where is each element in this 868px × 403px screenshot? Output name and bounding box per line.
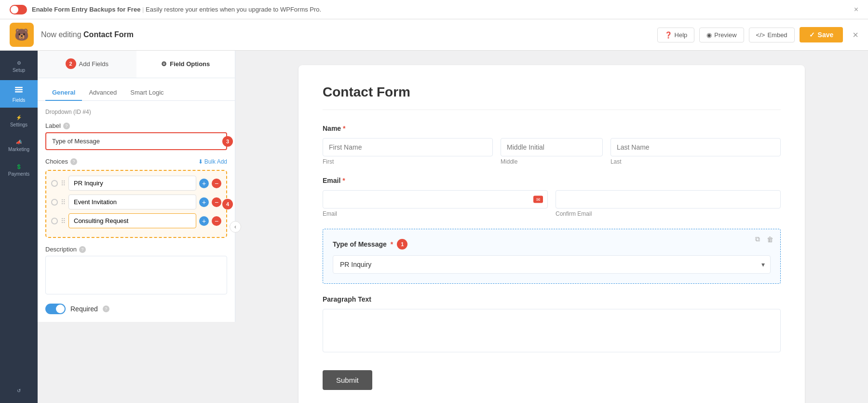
email-sub-label: Email: [323, 210, 548, 217]
choice-input-3[interactable]: [68, 213, 196, 228]
step2-badge: 2: [66, 58, 76, 69]
label-field-label: Label ?: [45, 122, 227, 129]
choices-header: Choices ? ⬇ Bulk Add: [45, 158, 227, 165]
email-section: Email * ✉ Email Co: [323, 177, 781, 217]
name-fields-row: First Middle Last: [323, 138, 781, 165]
copy-icon: ⧉: [755, 235, 760, 243]
gear-icon: ⚙: [17, 60, 21, 66]
required-toggle[interactable]: [45, 304, 66, 314]
paragraph-textarea[interactable]: [323, 309, 781, 352]
sidebar-item-settings[interactable]: ⚡ Settings: [0, 110, 38, 132]
label-group: Label ? 3: [45, 122, 227, 150]
marketing-icon: 📣: [16, 139, 22, 145]
embed-button[interactable]: </> Embed: [749, 28, 795, 42]
tab-field-options[interactable]: ⚙ Field Options: [136, 51, 235, 78]
required-help-icon[interactable]: ?: [103, 306, 109, 312]
choice-radio-3[interactable]: [51, 218, 58, 224]
save-check-icon: ✓: [809, 31, 815, 39]
middle-initial-input[interactable]: [501, 138, 603, 156]
sub-tabs: General Advanced Smart Logic: [38, 78, 235, 101]
embed-icon: </>: [756, 31, 765, 39]
first-sub-label: First: [323, 158, 493, 165]
choice-remove-1[interactable]: −: [212, 179, 221, 188]
label-input[interactable]: [45, 132, 227, 150]
sub-tab-advanced[interactable]: Advanced: [82, 85, 123, 101]
confirm-email-input[interactable]: [556, 190, 781, 208]
email-required-star: *: [342, 177, 345, 184]
step3-badge: 3: [222, 136, 233, 147]
choice-input-2[interactable]: [68, 195, 196, 209]
step1-badge: 1: [397, 239, 407, 250]
choices-group: Choices ? ⬇ Bulk Add ⠿: [45, 158, 227, 238]
svg-rect-1: [15, 89, 23, 91]
choice-add-2[interactable]: +: [199, 197, 209, 207]
form-card: Contact Form Name * First: [298, 65, 805, 403]
first-name-field: First: [323, 138, 493, 165]
preview-icon: ◉: [706, 31, 712, 39]
choice-add-3[interactable]: +: [199, 216, 209, 226]
choice-add-1[interactable]: +: [199, 179, 209, 188]
sidebar-item-payments[interactable]: 💲 Payments: [0, 159, 38, 181]
close-button[interactable]: ×: [853, 29, 858, 41]
main-layout: ⚙ Setup Fields ⚡ Settings 📣 Marketing 💲 …: [0, 51, 868, 403]
sidebar-item-fields[interactable]: Fields: [0, 80, 38, 108]
label-help-icon[interactable]: ?: [63, 123, 70, 129]
type-message-select[interactable]: PR Inquiry Event Invitation Consulting R…: [333, 255, 771, 274]
enable-backup-toggle[interactable]: [10, 5, 27, 14]
logo: 🐻: [10, 23, 34, 47]
panel-collapse-button[interactable]: ‹: [230, 221, 241, 233]
email-input[interactable]: [323, 190, 548, 208]
step4-badge: 4: [222, 199, 233, 209]
field-options-panel-wrapper: 2 Add Fields ⚙ Field Options General Adv…: [38, 51, 235, 403]
topbar-text: Enable Form Entry Backups for Free | Eas…: [32, 6, 321, 13]
choice-radio-1[interactable]: [51, 180, 58, 187]
sidebar-item-setup[interactable]: ⚙ Setup: [0, 56, 38, 78]
choice-input-1[interactable]: [68, 176, 196, 191]
preview-button[interactable]: ◉ Preview: [699, 28, 744, 42]
sidebar-item-marketing[interactable]: 📣 Marketing: [0, 135, 38, 157]
panel-content: Dropdown (ID #4) Label ? 3: [38, 101, 235, 322]
name-label: Name *: [323, 125, 781, 132]
settings-icon: ⚡: [16, 115, 22, 120]
submit-button[interactable]: Submit: [323, 370, 372, 390]
save-button[interactable]: ✓ Save: [800, 27, 843, 42]
choice-drag-1[interactable]: ⠿: [61, 180, 66, 187]
first-name-input[interactable]: [323, 138, 493, 156]
email-label: Email *: [323, 177, 781, 184]
description-help-icon[interactable]: ?: [79, 246, 86, 253]
copy-field-button[interactable]: ⧉: [753, 234, 762, 244]
description-textarea[interactable]: [45, 256, 227, 294]
tab-add-fields[interactable]: 2 Add Fields: [38, 51, 136, 78]
label-input-wrapper: 3: [45, 132, 227, 150]
svg-rect-2: [15, 91, 23, 93]
header-title: Now editing Contact Form: [41, 30, 134, 39]
choices-help-icon[interactable]: ?: [70, 158, 77, 165]
choice-drag-2[interactable]: ⠿: [61, 198, 66, 206]
middle-sub-label: Middle: [501, 158, 603, 165]
field-options-panel: 2 Add Fields ⚙ Field Options General Adv…: [38, 51, 235, 322]
sub-tab-general[interactable]: General: [45, 85, 82, 101]
middle-initial-field: Middle: [501, 138, 603, 165]
required-row: Required ?: [45, 304, 227, 314]
delete-field-button[interactable]: 🗑: [765, 234, 775, 244]
last-name-input[interactable]: [610, 138, 781, 156]
choice-drag-3[interactable]: ⠿: [61, 217, 66, 225]
form-title: Contact Form: [323, 84, 781, 110]
name-section: Name * First Middle: [323, 125, 781, 165]
sliders-icon: ⚙: [161, 60, 167, 68]
svg-rect-0: [15, 87, 23, 88]
choice-radio-2[interactable]: [51, 199, 58, 206]
sidebar-item-history[interactable]: ↺: [0, 383, 38, 398]
confirm-email-field: Confirm Email: [556, 190, 781, 217]
fields-icon: [14, 85, 24, 96]
bulk-add-button[interactable]: ⬇ Bulk Add: [198, 158, 227, 165]
payments-icon: 💲: [16, 164, 22, 169]
topbar-close-button[interactable]: ×: [854, 5, 858, 14]
email-field: ✉ Email: [323, 190, 548, 217]
choice-remove-3[interactable]: −: [212, 216, 221, 226]
help-button[interactable]: ❓ Help: [657, 28, 695, 42]
panel-header-tabs: 2 Add Fields ⚙ Field Options: [38, 51, 235, 78]
sub-tab-smart-logic[interactable]: Smart Logic: [123, 85, 170, 101]
field-actions: ⧉ 🗑: [753, 234, 775, 244]
choice-remove-2[interactable]: −: [212, 197, 221, 207]
